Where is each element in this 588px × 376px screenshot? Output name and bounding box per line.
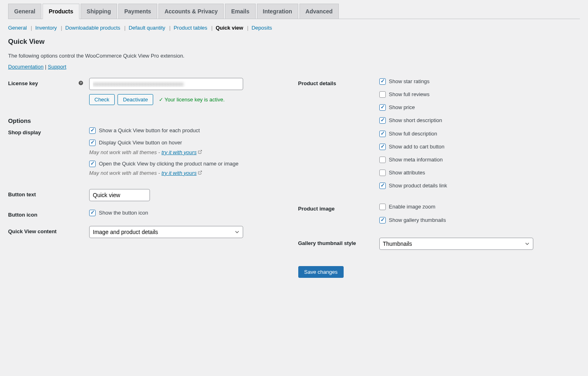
open-on-click-label: Open the Quick View by clicking the prod… [99,160,238,168]
subtab-general[interactable]: General [8,25,27,31]
product-details-checkbox-1[interactable] [379,91,386,98]
options-heading: Options [8,117,290,124]
button-icon-label: Button icon [8,209,89,218]
support-link[interactable]: Support [48,64,66,70]
product-details-label-5: Show add to cart button [389,143,445,150]
product-image-label-0: Enable image zoom [389,203,436,211]
try-it-link-2[interactable]: try it with yours [161,170,197,176]
tab-emails[interactable]: Emails [225,4,255,19]
subtab-quick-view[interactable]: Quick view [216,25,243,31]
product-image-label: Product image [298,203,379,212]
product-details-checkbox-8[interactable] [379,183,386,189]
hover-button-label: Display Quick View button on hover [99,139,182,146]
deactivate-button[interactable]: Deactivate [118,94,153,105]
doc-links: Documentation | Support [8,64,580,70]
product-details-label: Product details [298,78,379,86]
product-image-checkbox-1[interactable] [379,217,386,223]
product-image-checkbox-0[interactable] [379,204,386,210]
product-details-label-0: Show star ratings [389,78,430,85]
sub-tabs: General | Inventory | Downloadable produ… [8,25,580,31]
tab-advanced[interactable]: Advanced [299,4,339,19]
product-image-label-1: Show gallery thumbnails [389,217,446,224]
check-button[interactable]: Check [89,94,115,105]
tab-shipping[interactable]: Shipping [81,4,117,19]
button-icon-checkbox[interactable] [89,210,96,216]
product-details-checkbox-2[interactable] [379,104,386,111]
product-details-checkbox-4[interactable] [379,131,386,137]
product-details-label-3: Show short description [389,117,443,124]
qv-content-label: Quick View content [8,226,89,234]
product-details-label-1: Show full reviews [389,91,430,98]
intro-text: The following options control the WooCom… [8,53,580,59]
try-it-link-1[interactable]: try it with yours [161,149,197,155]
external-link-icon [198,150,202,154]
primary-tabs: GeneralProductsShippingPaymentsAccounts … [8,0,580,19]
hover-button-checkbox[interactable] [89,140,96,146]
documentation-link[interactable]: Documentation [8,64,43,70]
gallery-style-label: Gallery thumbnail style [298,238,379,246]
subtab-default-quantity[interactable]: Default quantity [128,25,165,31]
help-icon[interactable]: ? [78,80,83,87]
license-status: Your license key is active. [159,97,225,103]
save-changes-button[interactable]: Save changes [298,266,344,278]
product-details-label-2: Show price [389,104,415,111]
tab-general[interactable]: General [8,4,41,19]
product-details-checkbox-7[interactable] [379,170,386,176]
tab-integration[interactable]: Integration [257,4,298,19]
license-key-input[interactable] [89,78,243,90]
page-title: Quick View [8,38,580,46]
product-details-label-8: Show product details link [389,182,447,189]
svg-line-3 [200,171,202,173]
subtab-inventory[interactable]: Inventory [35,25,57,31]
product-details-checkbox-5[interactable] [379,144,386,150]
show-qv-button-label: Show a Quick View button for each produc… [99,127,200,134]
svg-text:?: ? [80,81,82,85]
external-link-icon [198,170,202,175]
shop-display-label: Shop display [8,127,89,135]
button-text-input[interactable] [89,189,150,201]
license-key-label: License key ? [8,78,89,87]
button-text-label: Button text [8,189,89,198]
svg-line-2 [200,150,202,152]
product-details-checkbox-6[interactable] [379,157,386,163]
tab-products[interactable]: Products [43,4,79,19]
gallery-style-select[interactable]: Thumbnails [379,238,533,250]
qv-content-select[interactable]: Image and product details [89,226,243,238]
show-qv-button-checkbox[interactable] [89,127,96,134]
product-details-checkbox-3[interactable] [379,117,386,124]
open-on-click-checkbox[interactable] [89,161,96,167]
product-details-label-4: Show full description [389,130,437,138]
product-details-label-7: Show attributes [389,169,425,176]
subtab-product-tables[interactable]: Product tables [173,25,207,31]
subtab-deposits[interactable]: Deposits [252,25,272,31]
tab-payments[interactable]: Payments [118,4,157,19]
product-details-label-6: Show meta information [389,156,443,163]
tab-accounts-privacy[interactable]: Accounts & Privacy [158,4,224,19]
hover-hint: May not work with all themes - try it wi… [89,149,290,155]
click-hint: May not work with all themes - try it wi… [89,170,290,176]
button-icon-text: Show the button icon [99,209,148,217]
product-details-checkbox-0[interactable] [379,78,386,85]
subtab-downloadable-products[interactable]: Downloadable products [65,25,120,31]
